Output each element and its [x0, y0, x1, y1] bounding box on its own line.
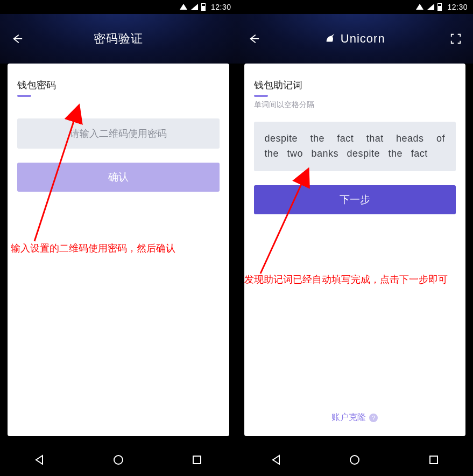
status-bar: 12:30: [0, 0, 237, 14]
card: 钱包助记词 单词间以空格分隔 despite the fact that hea…: [244, 64, 466, 436]
next-label: 下一步: [340, 193, 370, 207]
phone-left: 12:30 密码验证 钱包密码 请输入二维码使用密码 确认: [0, 0, 237, 476]
mnemonic-text: despite the fact that heads of the two b…: [265, 133, 446, 159]
page-title: 密码验证: [25, 31, 212, 47]
square-recent-icon: [427, 453, 440, 466]
square-recent-icon: [190, 453, 203, 466]
brand-label: Unicorn: [341, 32, 385, 46]
section-underline: [17, 95, 31, 97]
nav-recent-button[interactable]: [423, 449, 444, 471]
annotation-arrow: [250, 160, 341, 279]
back-arrow-icon: [11, 33, 23, 45]
section-underline: [254, 95, 268, 97]
android-navbar: [0, 444, 237, 476]
svg-point-4: [350, 456, 359, 464]
help-icon: ?: [369, 414, 378, 422]
status-time: 12:30: [211, 3, 231, 11]
svg-rect-2: [193, 456, 201, 464]
nav-back-button[interactable]: [29, 449, 50, 471]
mnemonic-input[interactable]: despite the fact that heads of the two b…: [254, 122, 456, 171]
triangle-back-icon: [270, 453, 283, 466]
battery-icon: [201, 3, 206, 11]
circle-home-icon: [348, 453, 361, 466]
triangle-back-icon: [33, 453, 46, 466]
scan-button[interactable]: [448, 31, 463, 46]
status-bar: 12:30: [237, 0, 474, 14]
clone-account-link[interactable]: 账户克隆 ?: [254, 402, 456, 426]
scan-icon: [450, 33, 462, 45]
nav-back-button[interactable]: [265, 449, 287, 471]
password-input[interactable]: 请输入二维码使用密码: [17, 118, 220, 149]
nav-home-button[interactable]: [344, 449, 365, 471]
unicorn-icon: [324, 33, 336, 45]
phone-right: 12:30 Unicorn 钱包助记词 单词间以空格分隔: [237, 0, 474, 476]
circle-home-icon: [112, 453, 125, 466]
section-subtitle: 单词间以空格分隔: [254, 100, 456, 110]
clone-account-label: 账户克隆: [331, 412, 366, 423]
password-placeholder: 请输入二维码使用密码: [70, 127, 167, 140]
svg-rect-5: [430, 456, 437, 464]
brand-title: Unicorn: [262, 32, 449, 46]
back-arrow-icon: [248, 33, 260, 45]
wifi-icon: [180, 4, 187, 10]
wifi-icon: [416, 4, 423, 10]
signal-icon: [190, 4, 198, 10]
next-button[interactable]: 下一步: [254, 185, 456, 214]
section-title: 钱包密码: [17, 79, 220, 92]
status-time: 12:30: [447, 3, 468, 11]
battery-icon: [437, 3, 442, 11]
back-button[interactable]: [246, 31, 262, 46]
android-navbar: [237, 444, 474, 476]
annotation-text: 发现助记词已经自动填写完成，点击下一步即可: [244, 272, 460, 287]
header: Unicorn: [237, 14, 474, 64]
annotation-text: 输入设置的二维码使用密码，然后确认: [11, 241, 215, 256]
back-button[interactable]: [10, 31, 25, 46]
card: 钱包密码 请输入二维码使用密码 确认 输入设置的二维码使用密码，然后确认: [8, 64, 229, 436]
confirm-button[interactable]: 确认: [17, 163, 220, 192]
nav-home-button[interactable]: [108, 449, 129, 471]
header: 密码验证: [0, 14, 237, 64]
svg-point-1: [114, 456, 123, 464]
nav-recent-button[interactable]: [186, 449, 208, 471]
confirm-label: 确认: [108, 170, 129, 184]
section-title: 钱包助记词: [254, 79, 456, 92]
signal-icon: [427, 4, 434, 10]
